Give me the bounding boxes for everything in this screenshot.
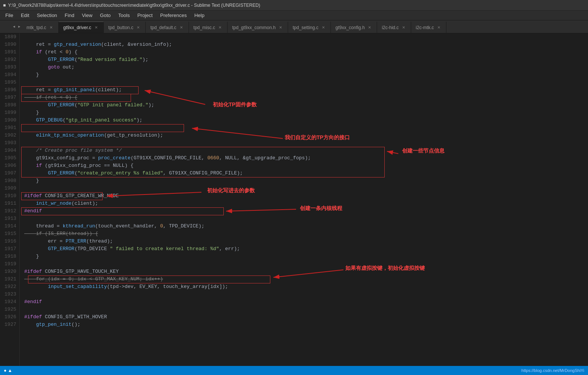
code-content[interactable]: ret = gtp_read_version(client, &version_… — [20, 33, 588, 366]
tab-tpd-default[interactable]: tpd_default.c ✕ — [146, 22, 189, 33]
code-line-1919 — [24, 260, 588, 268]
tab-close[interactable]: ✕ — [321, 25, 326, 30]
tab-bar: ◀ ▶ mtk_tpd.c ✕ gt9xx_driver.c ✕ tpd_but… — [0, 20, 588, 33]
tab-label: tpd_setting.c — [293, 25, 318, 30]
code-line-1904: /* Create proc file system */ — [24, 147, 588, 154]
code-line-1925 — [24, 306, 588, 313]
editor-area: 1889 1890 1891 1892 1893 1894 1895 1896 … — [0, 33, 588, 366]
menu-bar: File Edit Selection Find View Goto Tools… — [0, 11, 588, 20]
menu-preferences[interactable]: Preferences — [156, 12, 190, 19]
menu-edit[interactable]: Edit — [17, 12, 33, 19]
tab-mtk-tpd[interactable]: mtk_tpd.c ✕ — [22, 22, 59, 33]
tab-label: gt9xx_config.h — [335, 25, 365, 30]
code-line-1910: #ifdef CONFIG_GTP_CREATE_WR_NODE — [24, 192, 588, 200]
code-line-1905: gt91xx_config_proc = proc_create(GT91XX_… — [24, 154, 588, 162]
tab-tpd-button[interactable]: tpd_button.c ✕ — [104, 22, 146, 33]
tab-nav: ◀ ▶ — [11, 20, 22, 33]
code-line-1927: gtp_pen_init(); — [24, 321, 588, 328]
tab-nav-right[interactable]: ▶ — [17, 20, 22, 33]
code-line-1917: GTP_ERROR(TPD_DEVICE " failed to create … — [24, 245, 588, 253]
code-line-1922: input_set_capability(tpd->dev, EV_KEY, t… — [24, 283, 588, 291]
tab-nav-left[interactable]: ◀ — [11, 20, 17, 33]
code-line-1903 — [24, 139, 588, 147]
code-line-1893: goto out; — [24, 64, 588, 71]
tab-gt9xx-config[interactable]: gt9xx_config.h ✕ — [331, 22, 377, 33]
tab-label: mtk_tpd.c — [27, 25, 46, 30]
code-line-1924: #endif — [24, 298, 588, 306]
menu-file[interactable]: File — [2, 12, 17, 19]
tab-label: tpd_default.c — [150, 25, 176, 30]
title-text: Y:\9_0\work2\8788\alps\kernel-4.4\driver… — [8, 3, 260, 8]
code-line-1916: err = PTR_ERR(thread); — [24, 238, 588, 245]
status-left: ● ▲ — [4, 368, 36, 373]
menu-find[interactable]: Find — [61, 12, 78, 19]
code-line-1918: } — [24, 253, 588, 260]
tab-tpd-misc[interactable]: tpd_misc.c ✕ — [189, 22, 228, 33]
tab-close[interactable]: ✕ — [401, 25, 406, 30]
tab-label: i2c-hid.c — [382, 25, 399, 30]
menu-view[interactable]: View — [78, 12, 96, 19]
menu-help[interactable]: Help — [190, 12, 208, 19]
tab-close[interactable]: ✕ — [179, 25, 184, 30]
code-line-1897: if (ret < 0) { — [24, 94, 588, 101]
menu-goto[interactable]: Goto — [96, 12, 114, 19]
code-line-1912: #endif — [24, 207, 588, 215]
code-line-1894: } — [24, 71, 588, 79]
code-line-1915: if (IS_ERR(thread)) { — [24, 230, 588, 238]
tab-close[interactable]: ✕ — [94, 25, 99, 30]
code-line-1911: init_wr_node(client); — [24, 200, 588, 207]
code-line-1908: } — [24, 177, 588, 185]
code-line-1896: ret = gtp_init_panel(client); — [24, 86, 588, 94]
tab-tpd-common[interactable]: tpd_gt9xx_common.h ✕ — [228, 22, 288, 33]
code-line-1921: for_(idx = 0; idx < GTP_MAX_KEY_NUM; idx… — [24, 275, 588, 283]
tab-close[interactable]: ✕ — [48, 25, 54, 30]
status-info — [17, 368, 36, 373]
status-url: https://blog.csdn.net/MrDongShiYi — [521, 368, 584, 373]
tab-close[interactable]: ✕ — [367, 25, 372, 30]
code-line-1890: ret = gtp_read_version(client, &version_… — [24, 41, 588, 48]
tab-gt9xx-driver[interactable]: gt9xx_driver.c ✕ — [59, 22, 104, 33]
code-line-1902: elink_tp_misc_operation(get_tp_resolutio… — [24, 132, 588, 139]
tab-label: tpd_gt9xx_common.h — [232, 25, 276, 30]
line-numbers: 1889 1890 1891 1892 1893 1894 1895 1896 … — [0, 33, 20, 366]
code-line-1895 — [24, 79, 588, 86]
code-line-1906: if (gt91xx_config_proc == NULL) { — [24, 162, 588, 170]
title-icon: ■ — [3, 3, 6, 8]
code-line-1889 — [24, 33, 588, 41]
tab-close[interactable]: ✕ — [278, 25, 283, 30]
menu-tools[interactable]: Tools — [114, 12, 133, 19]
tab-i2c-mtk[interactable]: i2c-mtk.c ✕ — [411, 22, 446, 33]
code-line-1891: if (ret < 0) { — [24, 48, 588, 56]
code-line-1914: thread = kthread_run(touch_event_handler… — [24, 223, 588, 230]
tab-close[interactable]: ✕ — [436, 25, 441, 30]
tab-close[interactable]: ✕ — [136, 25, 141, 30]
code-line-1899: } — [24, 109, 588, 117]
tab-close[interactable]: ✕ — [217, 25, 223, 30]
tab-label: i2c-mtk.c — [416, 25, 434, 30]
menu-project[interactable]: Project — [134, 12, 156, 19]
status-bar: ● ▲ https://blog.csdn.net/MrDongShiYi — [0, 366, 588, 375]
tab-label: tpd_misc.c — [193, 25, 215, 30]
code-line-1923 — [24, 291, 588, 298]
tab-tpd-setting[interactable]: tpd_setting.c ✕ — [288, 22, 331, 33]
tab-label: gt9xx_driver.c — [63, 25, 91, 30]
code-line-1926: #ifdef CONFIG_GTP_WITH_HOVER — [24, 313, 588, 321]
title-bar: ■ Y:\9_0\work2\8788\alps\kernel-4.4\driv… — [0, 0, 588, 11]
code-line-1909 — [24, 185, 588, 192]
tab-label: tpd_button.c — [108, 25, 133, 30]
code-line-1920: #ifdef CONFIG_GTP_HAVE_TOUCH_KEY — [24, 268, 588, 275]
code-line-1900: GTP_DEBUG("gtp_init_panel success"); — [24, 117, 588, 124]
code-line-1907: GTP_ERROR("create_proc_entry %s failed",… — [24, 170, 588, 177]
code-line-1892: GTP_ERROR("Read version failed."); — [24, 56, 588, 64]
tab-i2c-hid[interactable]: i2c-hid.c ✕ — [377, 22, 411, 33]
code-line-1898: GTP_ERROR("GTP init panel failed."); — [24, 101, 588, 109]
status-indicators: ● ▲ — [4, 368, 12, 373]
code-line-1913 — [24, 215, 588, 223]
menu-selection[interactable]: Selection — [33, 12, 61, 19]
code-line-1901 — [24, 124, 588, 132]
